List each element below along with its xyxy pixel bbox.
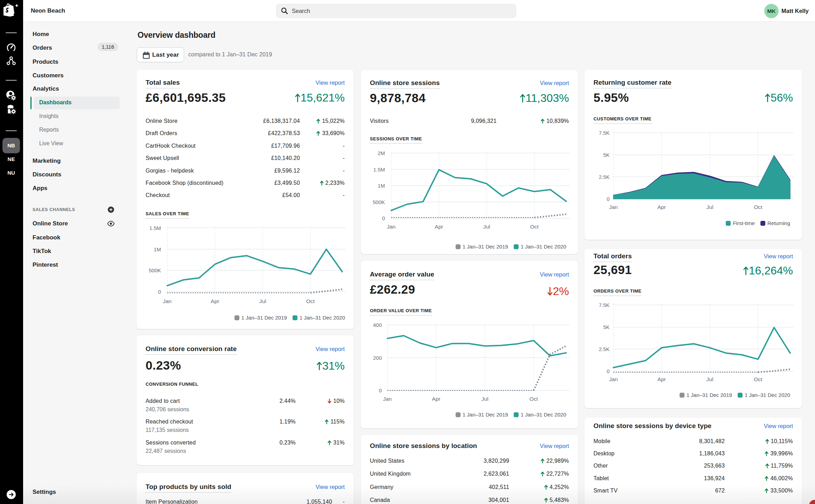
svg-text:400: 400	[373, 322, 382, 328]
svg-text:Jan: Jan	[609, 204, 618, 210]
svg-text:7.5K: 7.5K	[599, 130, 610, 136]
svg-text:Apr: Apr	[658, 376, 666, 382]
svg-text:1.5M: 1.5M	[373, 167, 385, 173]
svg-text:1.5M: 1.5M	[149, 225, 161, 231]
svg-text:Jan: Jan	[383, 396, 392, 402]
svg-text:Jul: Jul	[483, 224, 490, 230]
svg-text:Jul: Jul	[707, 204, 714, 210]
svg-text:2M: 2M	[378, 150, 385, 156]
svg-text:Jul: Jul	[259, 298, 266, 304]
svg-text:1M: 1M	[378, 183, 385, 189]
svg-text:1M: 1M	[154, 246, 161, 252]
svg-text:Jul: Jul	[707, 376, 714, 382]
svg-text:Jan: Jan	[387, 224, 396, 230]
svg-text:500K: 500K	[373, 199, 385, 205]
svg-text:Apr: Apr	[435, 224, 443, 230]
svg-text:7.5K: 7.5K	[599, 302, 610, 308]
svg-text:Jul: Jul	[482, 396, 489, 402]
svg-text:5K: 5K	[603, 324, 610, 330]
svg-text:Apr: Apr	[432, 396, 440, 402]
svg-text:Jan: Jan	[609, 376, 618, 382]
svg-text:Oct: Oct	[530, 224, 539, 230]
svg-text:200: 200	[373, 355, 382, 361]
svg-text:500K: 500K	[149, 267, 161, 273]
svg-text:Jan: Jan	[163, 298, 172, 304]
svg-text:0: 0	[607, 368, 610, 374]
svg-text:Oct: Oct	[754, 204, 763, 210]
svg-text:0: 0	[379, 387, 382, 393]
svg-text:Oct: Oct	[529, 396, 538, 402]
svg-text:Apr: Apr	[658, 204, 666, 210]
svg-text:5K: 5K	[603, 152, 610, 158]
svg-text:0: 0	[158, 289, 161, 295]
svg-text:0: 0	[607, 196, 610, 202]
svg-text:Apr: Apr	[211, 298, 219, 304]
svg-text:2.5K: 2.5K	[599, 174, 610, 180]
svg-text:0: 0	[382, 215, 385, 221]
svg-text:Oct: Oct	[754, 376, 763, 382]
svg-text:Oct: Oct	[306, 298, 315, 304]
svg-text:2.5K: 2.5K	[599, 346, 610, 352]
